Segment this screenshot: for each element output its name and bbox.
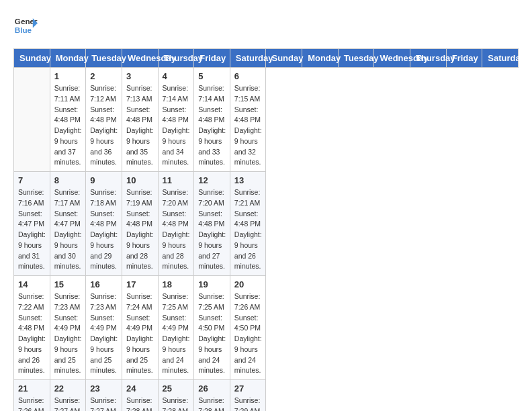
- day-number: 24: [126, 383, 154, 394]
- day-cell: 8Sunrise: 7:17 AMSunset: 4:47 PMDaylight…: [50, 172, 86, 276]
- calendar-table: SundayMondayTuesdayWednesdayThursdayFrid…: [13, 48, 519, 411]
- day-cell: 11Sunrise: 7:20 AMSunset: 4:48 PMDayligh…: [158, 172, 194, 276]
- day-number: 6: [234, 71, 262, 81]
- day-info: Sunrise: 7:26 AMSunset: 4:50 PMDaylight:…: [234, 291, 262, 376]
- col-header-thursday: Thursday: [158, 49, 194, 68]
- day-number: 9: [90, 175, 118, 185]
- day-info: Sunrise: 7:23 AMSunset: 4:49 PMDaylight:…: [54, 291, 82, 376]
- day-info: Sunrise: 7:14 AMSunset: 4:48 PMDaylight:…: [198, 83, 226, 168]
- logo-icon: General Blue: [13, 13, 38, 38]
- col-header-tuesday: Tuesday: [338, 49, 374, 68]
- day-info: Sunrise: 7:12 AMSunset: 4:48 PMDaylight:…: [90, 83, 118, 168]
- day-info: Sunrise: 7:16 AMSunset: 4:47 PMDaylight:…: [18, 187, 46, 272]
- day-cell: 14Sunrise: 7:22 AMSunset: 4:48 PMDayligh…: [14, 276, 50, 380]
- day-number: 23: [90, 383, 118, 394]
- day-info: Sunrise: 7:18 AMSunset: 4:48 PMDaylight:…: [90, 187, 118, 272]
- day-number: 4: [163, 71, 190, 81]
- day-cell: 9Sunrise: 7:18 AMSunset: 4:48 PMDaylight…: [86, 172, 122, 276]
- col-header-saturday: Saturday: [230, 49, 266, 68]
- week-row-3: 14Sunrise: 7:22 AMSunset: 4:48 PMDayligh…: [14, 276, 519, 380]
- day-info: Sunrise: 7:15 AMSunset: 4:48 PMDaylight:…: [234, 83, 262, 168]
- day-number: 20: [234, 279, 262, 289]
- day-cell: 25Sunrise: 7:28 AMSunset: 4:53 PMDayligh…: [158, 380, 194, 412]
- day-cell: 17Sunrise: 7:24 AMSunset: 4:49 PMDayligh…: [122, 276, 158, 380]
- col-header-friday: Friday: [194, 49, 230, 68]
- day-info: Sunrise: 7:27 AMSunset: 4:51 PMDaylight:…: [54, 396, 82, 411]
- day-cell: 21Sunrise: 7:26 AMSunset: 4:51 PMDayligh…: [14, 380, 50, 412]
- day-cell: 20Sunrise: 7:26 AMSunset: 4:50 PMDayligh…: [230, 276, 266, 380]
- col-header-friday: Friday: [446, 49, 482, 68]
- day-cell: 27Sunrise: 7:29 AMSunset: 4:54 PMDayligh…: [230, 380, 266, 412]
- day-info: Sunrise: 7:14 AMSunset: 4:48 PMDaylight:…: [163, 83, 190, 168]
- day-cell: [14, 68, 50, 172]
- logo: General Blue: [13, 13, 38, 38]
- day-info: Sunrise: 7:13 AMSunset: 4:48 PMDaylight:…: [126, 83, 154, 168]
- week-row-4: 21Sunrise: 7:26 AMSunset: 4:51 PMDayligh…: [14, 380, 519, 412]
- day-number: 13: [234, 175, 262, 185]
- day-number: 17: [126, 279, 154, 289]
- day-number: 11: [163, 175, 190, 185]
- day-number: 16: [90, 279, 118, 289]
- col-header-saturday: Saturday: [482, 49, 519, 68]
- day-cell: 3Sunrise: 7:13 AMSunset: 4:48 PMDaylight…: [122, 68, 158, 172]
- day-number: 22: [54, 383, 82, 394]
- day-info: Sunrise: 7:28 AMSunset: 4:54 PMDaylight:…: [198, 396, 226, 411]
- day-number: 18: [163, 279, 190, 289]
- col-header-tuesday: Tuesday: [86, 49, 122, 68]
- day-cell: 19Sunrise: 7:25 AMSunset: 4:50 PMDayligh…: [194, 276, 230, 380]
- day-info: Sunrise: 7:11 AMSunset: 4:48 PMDaylight:…: [54, 83, 82, 168]
- col-header-thursday: Thursday: [410, 49, 447, 68]
- day-number: 15: [54, 279, 82, 289]
- day-info: Sunrise: 7:25 AMSunset: 4:50 PMDaylight:…: [198, 291, 226, 376]
- day-cell: 13Sunrise: 7:21 AMSunset: 4:48 PMDayligh…: [230, 172, 266, 276]
- day-cell: 18Sunrise: 7:25 AMSunset: 4:49 PMDayligh…: [158, 276, 194, 380]
- day-cell: 1Sunrise: 7:11 AMSunset: 4:48 PMDaylight…: [50, 68, 86, 172]
- day-cell: 15Sunrise: 7:23 AMSunset: 4:49 PMDayligh…: [50, 276, 86, 380]
- day-number: 10: [126, 175, 154, 185]
- day-info: Sunrise: 7:28 AMSunset: 4:53 PMDaylight:…: [163, 396, 190, 411]
- day-number: 21: [18, 383, 46, 394]
- col-header-monday: Monday: [302, 49, 339, 68]
- day-number: 2: [90, 71, 118, 81]
- page-header: General Blue: [13, 13, 519, 38]
- day-cell: 12Sunrise: 7:20 AMSunset: 4:48 PMDayligh…: [194, 172, 230, 276]
- day-cell: 10Sunrise: 7:19 AMSunset: 4:48 PMDayligh…: [122, 172, 158, 276]
- day-info: Sunrise: 7:29 AMSunset: 4:54 PMDaylight:…: [234, 396, 262, 411]
- day-number: 3: [126, 71, 154, 81]
- week-row-2: 7Sunrise: 7:16 AMSunset: 4:47 PMDaylight…: [14, 172, 519, 276]
- day-number: 14: [18, 279, 46, 289]
- day-info: Sunrise: 7:27 AMSunset: 4:52 PMDaylight:…: [90, 396, 118, 411]
- col-header-wednesday: Wednesday: [374, 49, 410, 68]
- day-cell: 4Sunrise: 7:14 AMSunset: 4:48 PMDaylight…: [158, 68, 194, 172]
- col-header-sunday: Sunday: [266, 49, 302, 68]
- day-cell: 16Sunrise: 7:23 AMSunset: 4:49 PMDayligh…: [86, 276, 122, 380]
- day-number: 25: [163, 383, 190, 394]
- day-number: 12: [198, 175, 226, 185]
- day-info: Sunrise: 7:20 AMSunset: 4:48 PMDaylight:…: [163, 187, 190, 272]
- day-info: Sunrise: 7:20 AMSunset: 4:48 PMDaylight:…: [198, 187, 226, 272]
- day-cell: 5Sunrise: 7:14 AMSunset: 4:48 PMDaylight…: [194, 68, 230, 172]
- day-cell: 6Sunrise: 7:15 AMSunset: 4:48 PMDaylight…: [230, 68, 266, 172]
- day-cell: 23Sunrise: 7:27 AMSunset: 4:52 PMDayligh…: [86, 380, 122, 412]
- day-number: 8: [54, 175, 82, 185]
- day-number: 19: [198, 279, 226, 289]
- day-cell: 22Sunrise: 7:27 AMSunset: 4:51 PMDayligh…: [50, 380, 86, 412]
- day-info: Sunrise: 7:24 AMSunset: 4:49 PMDaylight:…: [126, 291, 154, 376]
- header-row: SundayMondayTuesdayWednesdayThursdayFrid…: [14, 49, 519, 68]
- col-header-monday: Monday: [50, 49, 86, 68]
- day-cell: 24Sunrise: 7:28 AMSunset: 4:52 PMDayligh…: [122, 380, 158, 412]
- day-number: 26: [198, 383, 226, 394]
- day-number: 5: [198, 71, 226, 81]
- day-info: Sunrise: 7:17 AMSunset: 4:47 PMDaylight:…: [54, 187, 82, 272]
- day-number: 1: [54, 71, 82, 81]
- day-info: Sunrise: 7:25 AMSunset: 4:49 PMDaylight:…: [163, 291, 190, 376]
- day-cell: 2Sunrise: 7:12 AMSunset: 4:48 PMDaylight…: [86, 68, 122, 172]
- day-info: Sunrise: 7:28 AMSunset: 4:52 PMDaylight:…: [126, 396, 154, 411]
- day-info: Sunrise: 7:19 AMSunset: 4:48 PMDaylight:…: [126, 187, 154, 272]
- day-info: Sunrise: 7:22 AMSunset: 4:48 PMDaylight:…: [18, 291, 46, 376]
- day-number: 27: [234, 383, 262, 394]
- day-info: Sunrise: 7:26 AMSunset: 4:51 PMDaylight:…: [18, 396, 46, 411]
- col-header-wednesday: Wednesday: [122, 49, 158, 68]
- day-info: Sunrise: 7:23 AMSunset: 4:49 PMDaylight:…: [90, 291, 118, 376]
- day-info: Sunrise: 7:21 AMSunset: 4:48 PMDaylight:…: [234, 187, 262, 272]
